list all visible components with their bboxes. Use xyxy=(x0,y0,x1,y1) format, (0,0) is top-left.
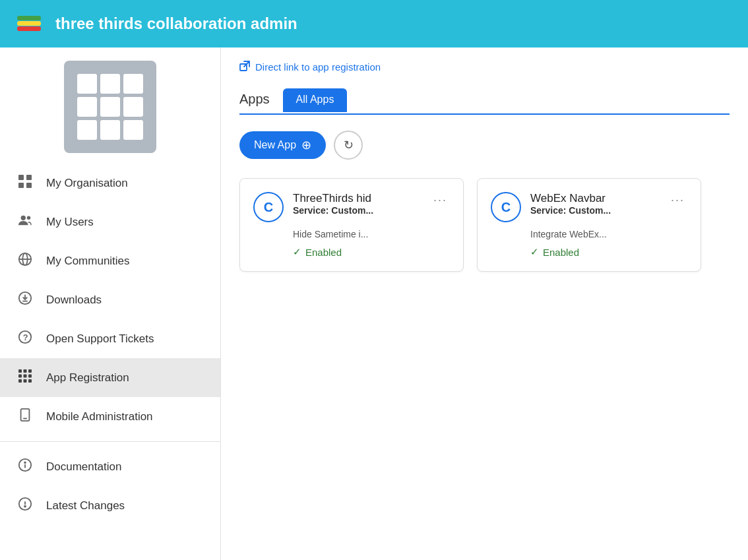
tab-all-apps[interactable]: All Apps xyxy=(283,88,348,112)
card-header: C ThreeThirds hid Service: Custom... ··· xyxy=(253,192,450,222)
card-status: ✓ Enabled xyxy=(530,246,687,258)
tabs-row: Apps All Apps xyxy=(239,86,730,115)
avatar-cell xyxy=(77,120,97,140)
svg-rect-16 xyxy=(18,369,22,373)
avatar-cell xyxy=(123,97,143,117)
sidebar-item-mobile-administration[interactable]: Mobile Administration xyxy=(0,397,220,436)
grid-icon xyxy=(16,174,34,192)
sidebar: My Organisation My Users xyxy=(0,47,221,560)
svg-rect-22 xyxy=(18,379,22,383)
sidebar-item-label: Open Support Tickets xyxy=(46,332,154,346)
cards-grid: C ThreeThirds hid Service: Custom... ···… xyxy=(239,178,730,272)
svg-rect-17 xyxy=(24,369,27,373)
svg-rect-6 xyxy=(26,183,32,188)
sidebar-item-label: Documentation xyxy=(46,460,121,474)
external-link-icon xyxy=(239,61,250,73)
sidebar-nav: My Organisation My Users xyxy=(0,164,220,525)
sidebar-item-my-communities[interactable]: My Communities xyxy=(0,241,220,280)
card-avatar: C xyxy=(253,192,284,222)
svg-rect-2 xyxy=(17,16,41,20)
users-icon xyxy=(16,213,34,231)
status-label: Enabled xyxy=(305,247,342,258)
svg-text:?: ? xyxy=(23,332,28,342)
svg-rect-23 xyxy=(24,379,27,383)
sidebar-divider xyxy=(0,441,220,442)
avatar-cell xyxy=(100,120,120,140)
refresh-icon: ↻ xyxy=(344,138,354,152)
avatar-cell xyxy=(100,74,120,94)
card-service: Service: Custom... xyxy=(293,205,421,216)
svg-rect-5 xyxy=(18,183,24,188)
avatar xyxy=(64,61,156,153)
check-icon: ✓ xyxy=(293,246,301,258)
sidebar-avatar-section xyxy=(0,47,220,164)
sidebar-item-latest-changes[interactable]: Latest Changes xyxy=(0,486,220,525)
toolbar: New App ⊕ ↻ xyxy=(239,131,730,160)
app-logo xyxy=(13,8,45,40)
avatar-cell xyxy=(77,74,97,94)
sidebar-item-label: Downloads xyxy=(46,294,102,307)
download-icon xyxy=(16,291,34,309)
svg-rect-18 xyxy=(28,369,32,373)
sidebar-item-downloads[interactable]: Downloads xyxy=(0,280,220,319)
mobile-icon xyxy=(16,408,34,425)
new-app-label: New App xyxy=(254,139,296,151)
avatar-cell xyxy=(123,74,143,94)
doc-icon xyxy=(16,458,34,476)
sidebar-item-open-support-tickets[interactable]: ? Open Support Tickets xyxy=(0,319,220,358)
apps-icon xyxy=(16,369,34,387)
sidebar-item-label: Latest Changes xyxy=(46,499,125,513)
app-card-threethirds[interactable]: C ThreeThirds hid Service: Custom... ···… xyxy=(239,178,464,272)
svg-rect-1 xyxy=(17,21,41,26)
new-app-button[interactable]: New App ⊕ xyxy=(239,131,326,159)
refresh-button[interactable]: ↻ xyxy=(334,131,363,160)
svg-rect-4 xyxy=(26,175,32,180)
sidebar-item-label: My Organisation xyxy=(46,177,128,190)
card-info: WebEx Navbar Service: Custom... xyxy=(530,192,659,216)
card-header: C WebEx Navbar Service: Custom... ··· xyxy=(491,192,687,222)
sidebar-item-my-users[interactable]: My Users xyxy=(0,202,220,241)
alert-icon xyxy=(16,497,34,514)
avatar-cell xyxy=(77,97,97,117)
card-status: ✓ Enabled xyxy=(293,246,450,258)
avatar-cell xyxy=(123,120,143,140)
sidebar-item-label: App Registration xyxy=(46,371,129,385)
tabs-heading: Apps xyxy=(239,86,280,113)
card-menu-button[interactable]: ··· xyxy=(431,192,450,208)
plus-icon: ⊕ xyxy=(301,138,311,152)
app-card-webex[interactable]: C WebEx Navbar Service: Custom... ··· In… xyxy=(477,178,701,272)
svg-point-7 xyxy=(21,216,26,220)
card-description: Integrate WebEx... xyxy=(530,229,687,239)
svg-point-8 xyxy=(27,216,31,220)
sidebar-item-app-registration[interactable]: App Registration xyxy=(0,358,220,397)
sidebar-item-label: Mobile Administration xyxy=(46,410,153,423)
card-service: Service: Custom... xyxy=(530,205,659,216)
card-name: ThreeThirds hid xyxy=(293,192,421,205)
svg-rect-24 xyxy=(28,379,32,383)
card-menu-button[interactable]: ··· xyxy=(668,192,687,208)
card-name: WebEx Navbar xyxy=(530,192,659,205)
direct-link-label: Direct link to app registration xyxy=(255,61,381,73)
sidebar-item-my-organisation[interactable]: My Organisation xyxy=(0,164,220,202)
avatar-cell xyxy=(100,97,120,117)
card-avatar: C xyxy=(491,192,521,222)
sidebar-item-documentation[interactable]: Documentation xyxy=(0,447,220,486)
svg-rect-25 xyxy=(21,409,30,421)
sidebar-item-label: My Users xyxy=(46,216,94,229)
help-icon: ? xyxy=(16,330,34,348)
svg-rect-0 xyxy=(17,26,41,31)
globe-icon xyxy=(16,252,34,270)
header-title: three thirds collaboration admin xyxy=(55,15,297,33)
svg-rect-21 xyxy=(28,375,32,378)
svg-rect-3 xyxy=(18,175,24,180)
card-info: ThreeThirds hid Service: Custom... xyxy=(293,192,421,216)
status-label: Enabled xyxy=(543,247,579,258)
app-header: three thirds collaboration admin xyxy=(0,0,748,47)
svg-rect-19 xyxy=(18,375,22,378)
avatar-grid xyxy=(77,74,143,140)
card-description: Hide Sametime i... xyxy=(293,229,450,239)
sidebar-item-label: My Communities xyxy=(46,255,130,268)
main-content: Direct link to app registration Apps All… xyxy=(221,47,748,560)
svg-rect-20 xyxy=(24,375,27,378)
direct-link-button[interactable]: Direct link to app registration xyxy=(239,61,730,73)
